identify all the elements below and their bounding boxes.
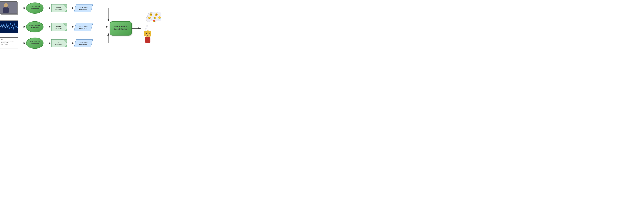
diagram: 248 00:22:19,728 --> 00:22:23,239 It's o… bbox=[0, 0, 161, 50]
svg-text:😄: 😄 bbox=[155, 13, 158, 16]
svg-text:248: 248 bbox=[0, 39, 3, 40]
svg-point-75 bbox=[148, 13, 154, 19]
svg-text:reduction: reduction bbox=[79, 44, 87, 46]
svg-point-5 bbox=[4, 3, 8, 8]
svg-marker-38 bbox=[64, 29, 67, 31]
svg-text:Video feature: Video feature bbox=[30, 6, 40, 8]
svg-text:extraction: extraction bbox=[31, 8, 39, 10]
svg-point-78 bbox=[145, 30, 146, 31]
svg-text:Audio feature: Audio feature bbox=[30, 24, 40, 26]
svg-rect-7 bbox=[0, 21, 18, 33]
svg-text:Text: Text bbox=[57, 42, 60, 43]
svg-marker-53 bbox=[64, 45, 67, 47]
svg-rect-6 bbox=[3, 8, 9, 13]
svg-rect-60 bbox=[110, 21, 132, 35]
svg-text:Audio: Audio bbox=[56, 25, 61, 27]
svg-point-45 bbox=[26, 38, 43, 49]
svg-marker-49 bbox=[52, 39, 67, 47]
svg-rect-8 bbox=[0, 38, 18, 49]
svg-marker-34 bbox=[52, 23, 67, 31]
svg-text:00:22:19,728 --> 00:22:23,239: 00:22:19,728 --> 00:22:23,239 bbox=[0, 41, 14, 42]
svg-text:😍: 😍 bbox=[152, 20, 156, 22]
svg-rect-2 bbox=[0, 2, 18, 14]
svg-point-79 bbox=[145, 28, 147, 29]
svg-text:features: features bbox=[55, 28, 62, 29]
svg-text:features: features bbox=[55, 44, 62, 46]
svg-point-72 bbox=[147, 12, 161, 21]
svg-text:😟: 😟 bbox=[148, 17, 151, 19]
svg-text:Self-Attention: Self-Attention bbox=[114, 25, 127, 28]
svg-point-77 bbox=[149, 13, 161, 20]
svg-point-69 bbox=[148, 33, 150, 34]
svg-point-65 bbox=[144, 31, 151, 33]
svg-rect-66 bbox=[144, 31, 151, 34]
svg-text:Text feature: Text feature bbox=[30, 41, 40, 43]
svg-text:reduction: reduction bbox=[79, 9, 87, 11]
svg-text:😊: 😊 bbox=[149, 13, 152, 16]
svg-point-76 bbox=[156, 12, 161, 18]
svg-text:based Models: based Models bbox=[114, 28, 128, 30]
svg-marker-19 bbox=[63, 4, 67, 8]
svg-point-30 bbox=[26, 21, 43, 32]
svg-text:Dimension: Dimension bbox=[79, 7, 88, 8]
svg-text:Video: Video bbox=[56, 7, 61, 8]
svg-rect-67 bbox=[145, 37, 150, 43]
svg-point-74 bbox=[158, 16, 161, 21]
svg-text:😢: 😢 bbox=[154, 17, 156, 19]
svg-marker-18 bbox=[52, 4, 67, 12]
svg-rect-1 bbox=[1, 3, 18, 15]
svg-text:reduction: reduction bbox=[79, 28, 87, 29]
svg-point-14 bbox=[26, 3, 43, 14]
svg-rect-71 bbox=[150, 32, 151, 36]
svg-point-64 bbox=[144, 30, 151, 37]
svg-marker-40 bbox=[74, 23, 93, 31]
svg-marker-55 bbox=[74, 39, 93, 47]
svg-text:extraction: extraction bbox=[31, 43, 39, 45]
svg-point-80 bbox=[146, 26, 148, 27]
svg-text:It's okay, Daddy.: It's okay, Daddy. bbox=[0, 42, 9, 43]
svg-rect-4 bbox=[0, 2, 17, 14]
svg-point-68 bbox=[146, 33, 147, 34]
svg-text:What... What?: What... What? bbox=[0, 44, 8, 45]
svg-text:😭: 😭 bbox=[158, 16, 161, 19]
svg-marker-35 bbox=[63, 23, 67, 27]
svg-text:Dimension: Dimension bbox=[79, 42, 88, 43]
svg-text:extraction: extraction bbox=[31, 27, 39, 28]
svg-rect-70 bbox=[144, 32, 146, 36]
svg-marker-50 bbox=[63, 39, 67, 43]
svg-rect-3 bbox=[0, 2, 17, 14]
svg-marker-22 bbox=[64, 10, 67, 12]
svg-marker-24 bbox=[74, 4, 93, 12]
svg-point-73 bbox=[146, 16, 152, 22]
svg-text:Dimension: Dimension bbox=[79, 25, 88, 27]
svg-text:features: features bbox=[55, 9, 62, 11]
